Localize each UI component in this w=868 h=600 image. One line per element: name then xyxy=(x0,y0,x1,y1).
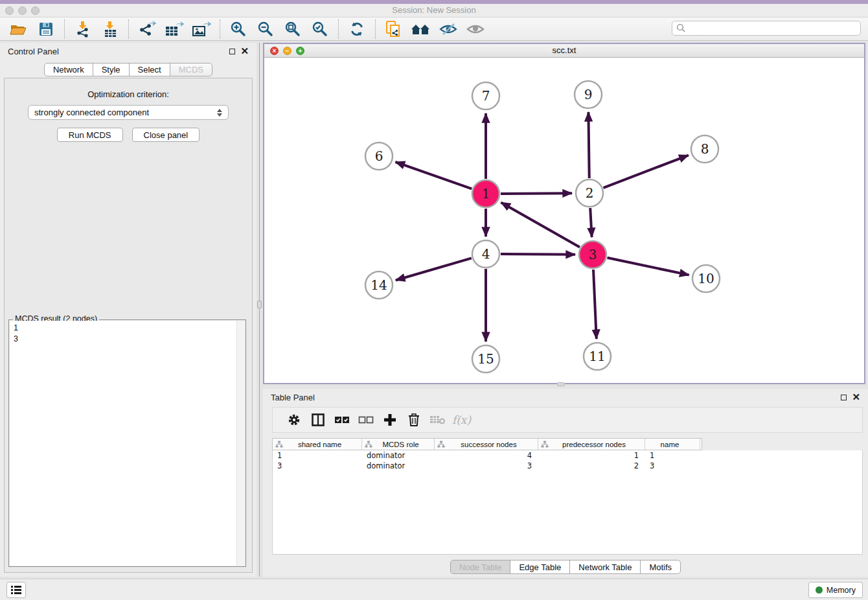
zoom-selected-button[interactable] xyxy=(306,18,334,40)
graph-node-8[interactable]: 8 xyxy=(691,135,718,163)
cell-predecessor-nodes[interactable]: 1 xyxy=(538,450,645,461)
column-type-icon xyxy=(275,441,283,448)
select-all-columns-button[interactable] xyxy=(330,409,354,431)
column-header-MCDS-role[interactable]: MCDS role xyxy=(362,439,435,450)
run-mcds-button[interactable]: Run MCDS xyxy=(57,128,123,142)
hide-selected-button[interactable] xyxy=(435,18,462,40)
vertical-splitter-handle[interactable] xyxy=(257,301,262,308)
function-builder-button[interactable]: f(x) xyxy=(450,409,474,431)
show-all-button[interactable] xyxy=(462,18,489,40)
graph-edge-3-1[interactable] xyxy=(501,202,580,247)
graph-node-4[interactable]: 4 xyxy=(472,240,499,268)
zoom-in-button[interactable] xyxy=(225,18,252,40)
float-panel-icon[interactable] xyxy=(229,49,235,54)
control-panel: Control Panel ✕ NetworkStyleSelectMCDS O… xyxy=(0,43,257,577)
tab-edge-table[interactable]: Edge Table xyxy=(510,560,570,574)
table-settings-button[interactable] xyxy=(282,409,306,431)
save-session-button[interactable] xyxy=(32,18,60,40)
cell-shared-name[interactable]: 3 xyxy=(273,461,362,471)
cell-successor-nodes[interactable]: 3 xyxy=(435,461,538,471)
float-table-panel-icon[interactable] xyxy=(841,395,847,400)
column-header-shared-name[interactable]: shared name xyxy=(273,439,362,450)
add-row-button[interactable] xyxy=(378,409,402,431)
tab-style[interactable]: Style xyxy=(93,63,130,76)
tab-select[interactable]: Select xyxy=(129,63,170,76)
import-network-icon xyxy=(74,21,91,38)
graph-edge-4-3[interactable] xyxy=(501,254,575,255)
graph-edge-3-11[interactable] xyxy=(593,270,597,339)
network-canvas[interactable]: 7968124314101511 xyxy=(264,58,864,383)
graph-node-11[interactable]: 11 xyxy=(584,343,611,370)
app-title: Session: New Session xyxy=(0,5,868,15)
neighbors-button[interactable] xyxy=(407,18,435,40)
graph-node-14[interactable]: 14 xyxy=(365,271,393,299)
graph-edge-1-6[interactable] xyxy=(396,162,472,189)
table-body[interactable]: 1dominator4113dominator323 xyxy=(272,450,863,555)
import-table-button[interactable] xyxy=(97,18,124,40)
graph-edge-1-2[interactable] xyxy=(501,193,572,194)
graph-node-7[interactable]: 7 xyxy=(472,82,499,110)
result-scrollbar[interactable] xyxy=(236,321,245,566)
memory-button[interactable]: Memory xyxy=(808,582,863,598)
network-graph: 7968124314101511 xyxy=(264,58,864,383)
delete-table-icon xyxy=(429,414,446,426)
export-image-button[interactable] xyxy=(188,18,215,40)
export-table-button[interactable] xyxy=(161,18,188,40)
zoom-fit-button[interactable] xyxy=(279,18,306,40)
open-session-button[interactable] xyxy=(5,18,32,40)
unselect-all-columns-button[interactable] xyxy=(354,409,378,431)
graph-node-10[interactable]: 10 xyxy=(692,265,720,292)
close-panel-button[interactable]: Close panel xyxy=(132,128,200,142)
graph-edge-2-3[interactable] xyxy=(590,208,591,237)
close-panel-icon[interactable]: ✕ xyxy=(240,47,249,55)
export-network-button[interactable] xyxy=(133,18,161,40)
cell-name[interactable]: 1 xyxy=(645,450,700,461)
mcds-documents-icon xyxy=(385,20,403,38)
cell-MCDS-role[interactable]: dominator xyxy=(362,461,435,471)
delete-row-button[interactable] xyxy=(402,409,426,431)
delete-table-button[interactable] xyxy=(426,409,450,431)
mcds-app-button[interactable] xyxy=(380,18,407,40)
node-label: 15 xyxy=(477,351,494,367)
search-box[interactable] xyxy=(672,21,861,36)
search-input[interactable] xyxy=(686,24,856,33)
horizontal-splitter-handle[interactable] xyxy=(557,382,565,386)
column-header-successor-nodes[interactable]: successor nodes xyxy=(435,439,538,450)
refresh-button[interactable] xyxy=(343,18,371,40)
graph-node-9[interactable]: 9 xyxy=(575,81,602,108)
tab-network-table[interactable]: Network Table xyxy=(569,560,641,574)
graph-node-15[interactable]: 15 xyxy=(472,345,499,373)
cell-name[interactable]: 3 xyxy=(645,461,700,471)
tab-node-table[interactable]: Node Table xyxy=(450,560,511,574)
criterion-dropdown[interactable]: strongly connected component xyxy=(28,105,229,120)
graph-edge-4-14[interactable] xyxy=(396,258,472,280)
vertical-splitter[interactable] xyxy=(259,43,260,577)
cell-successor-nodes[interactable]: 4 xyxy=(435,450,538,461)
task-history-button[interactable] xyxy=(6,582,26,598)
column-header-name[interactable]: name xyxy=(645,439,700,450)
houses-icon xyxy=(411,21,431,37)
node-label: 7 xyxy=(482,88,490,104)
tab-network[interactable]: Network xyxy=(44,63,93,76)
graph-node-1[interactable]: 1 xyxy=(472,180,499,207)
network-window-titlebar[interactable]: × − + scc.txt xyxy=(264,44,864,58)
graph-node-3[interactable]: 3 xyxy=(579,241,606,268)
graph-edge-2-9[interactable] xyxy=(588,112,589,178)
table-row[interactable]: 1dominator411 xyxy=(273,450,862,461)
tab-motifs[interactable]: Motifs xyxy=(640,560,681,574)
cell-predecessor-nodes[interactable]: 2 xyxy=(538,461,645,471)
graph-node-2[interactable]: 2 xyxy=(576,179,603,207)
column-header-predecessor-nodes[interactable]: predecessor nodes xyxy=(538,439,645,450)
cell-MCDS-role[interactable]: dominator xyxy=(362,450,435,461)
zoom-out-button[interactable] xyxy=(252,18,279,40)
checked-boxes-icon xyxy=(334,415,350,425)
close-table-panel-icon[interactable]: ✕ xyxy=(852,393,860,401)
graph-edge-3-10[interactable] xyxy=(608,258,689,275)
import-network-button[interactable] xyxy=(69,18,97,40)
graph-edge-2-8[interactable] xyxy=(604,156,689,188)
cell-shared-name[interactable]: 1 xyxy=(273,450,362,461)
table-row[interactable]: 3dominator323 xyxy=(273,461,862,471)
graph-node-6[interactable]: 6 xyxy=(365,143,393,170)
tab-mcds[interactable]: MCDS xyxy=(170,63,212,76)
show-columns-button[interactable] xyxy=(306,409,330,431)
